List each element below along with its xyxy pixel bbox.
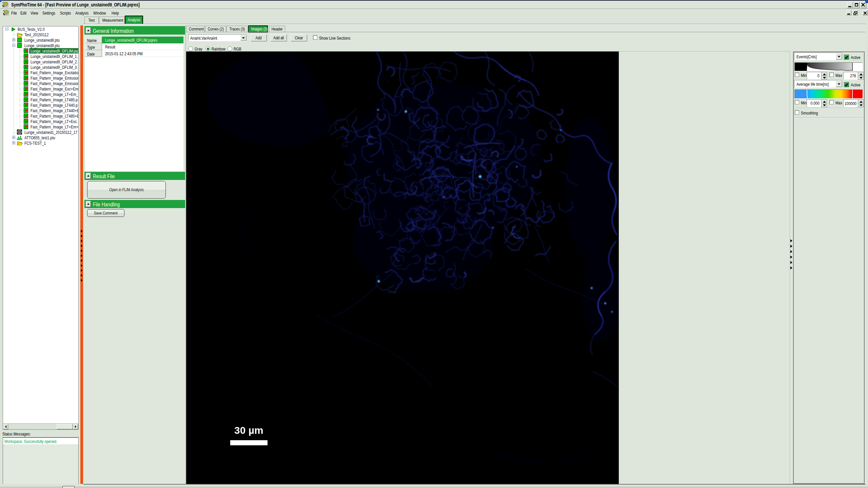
svg-text:30 µm: 30 µm xyxy=(234,425,263,436)
